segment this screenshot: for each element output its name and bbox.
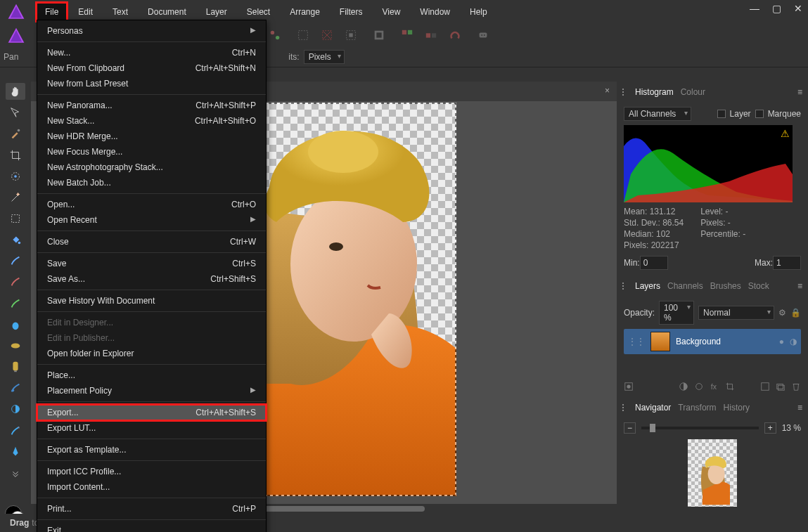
menuitem-place[interactable]: Place...: [37, 368, 266, 383]
panel-menu-icon[interactable]: ≡: [797, 403, 802, 413]
pen-tool-icon[interactable]: [6, 443, 25, 460]
menuitem-export[interactable]: Export...Ctrl+Alt+Shift+S: [37, 405, 266, 420]
healing-brush-tool-icon[interactable]: [6, 422, 25, 439]
adjustment-layer-icon[interactable]: [679, 382, 688, 391]
fx-layer-icon[interactable]: fx: [710, 382, 719, 391]
menu-help[interactable]: Help: [460, 1, 497, 22]
tab-transform[interactable]: Transform: [678, 403, 716, 413]
menuitem-open[interactable]: Open...Ctrl+O: [37, 197, 266, 212]
panel-drag-icon[interactable]: [622, 404, 624, 411]
blendmode-select[interactable]: Normal: [698, 306, 774, 320]
histogram-channel-select[interactable]: All Channels: [624, 107, 691, 121]
magnet-icon[interactable]: [447, 27, 463, 43]
selection-brush-tool-icon[interactable]: [6, 168, 25, 185]
panel-menu-icon[interactable]: ≡: [797, 87, 802, 97]
tab-brushes[interactable]: Brushes: [710, 281, 741, 291]
color-picker-tool-icon[interactable]: [6, 125, 25, 142]
opacity-select[interactable]: 100 %: [659, 301, 694, 325]
layer-cog-icon[interactable]: ⚙: [778, 308, 786, 318]
layer-row[interactable]: ⋮⋮ Background ● ◑: [624, 329, 801, 354]
menuitem-new-astrophotography-stack[interactable]: New Astrophotography Stack...: [37, 160, 266, 175]
color-wells[interactable]: [5, 493, 26, 514]
snapping-icon[interactable]: [399, 27, 415, 43]
crop-tool-icon[interactable]: [6, 146, 25, 163]
panel-drag-icon[interactable]: [622, 283, 624, 290]
menuitem-export-lut[interactable]: Export LUT...: [37, 420, 266, 436]
select-rect-icon[interactable]: [295, 27, 311, 43]
close-window-button[interactable]: ✕: [794, 3, 802, 14]
menuitem-new-batch-job[interactable]: New Batch Job...: [37, 175, 266, 190]
crop-layer-icon[interactable]: [725, 382, 735, 391]
tab-colour[interactable]: Colour: [681, 87, 705, 97]
menuitem-new-panorama[interactable]: New Panorama...Ctrl+Alt+Shift+P: [37, 98, 266, 113]
brush-panel-icon[interactable]: [267, 27, 283, 43]
assistant-icon[interactable]: [475, 27, 491, 43]
menuitem-new-focus-merge[interactable]: New Focus Merge...: [37, 144, 266, 160]
menuitem-close[interactable]: CloseCtrl+W: [37, 234, 266, 249]
magic-wand-tool-icon[interactable]: [6, 189, 25, 206]
menu-filters[interactable]: Filters: [330, 1, 373, 22]
tab-stock[interactable]: Stock: [748, 281, 769, 291]
tab-layers[interactable]: Layers: [635, 281, 660, 291]
hand-tool-icon[interactable]: [6, 83, 25, 100]
layer-checkbox[interactable]: [717, 110, 726, 118]
menuitem-exit[interactable]: Exit: [37, 523, 266, 532]
navigator-preview[interactable]: [688, 439, 737, 507]
marquee-tool-icon[interactable]: [6, 210, 25, 227]
flood-fill-tool-icon[interactable]: [6, 231, 25, 248]
hist-max-input[interactable]: 1: [773, 256, 801, 270]
blur-brush-tool-icon[interactable]: [6, 316, 25, 333]
hist-min-input[interactable]: 0: [640, 256, 668, 270]
layer-lock-icon[interactable]: 🔒: [790, 308, 801, 318]
erase-brush-tool-icon[interactable]: [6, 273, 25, 290]
menuitem-new-from-clipboard[interactable]: New From ClipboardCtrl+Alt+Shift+N: [37, 60, 266, 76]
mask-layer-icon[interactable]: [624, 382, 634, 391]
tab-channels[interactable]: Channels: [667, 281, 703, 291]
menuitem-new-hdr-merge[interactable]: New HDR Merge...: [37, 129, 266, 144]
menu-view[interactable]: View: [373, 1, 411, 22]
layer-expand-icon[interactable]: ⋮⋮: [628, 337, 645, 346]
units-select[interactable]: Pixels: [304, 50, 345, 64]
paint-mixer-brush-tool-icon[interactable]: [6, 379, 25, 396]
more-tools-icon[interactable]: [6, 465, 25, 481]
clone-brush-tool-icon[interactable]: [6, 295, 25, 312]
maximize-button[interactable]: ▢: [772, 3, 781, 14]
menuitem-import-icc-profile[interactable]: Import ICC Profile...: [37, 464, 266, 479]
menuitem-import-content[interactable]: Import Content...: [37, 479, 266, 495]
layer-lock-state-icon[interactable]: ●: [779, 337, 784, 346]
group-layer-icon[interactable]: [776, 382, 785, 391]
menuitem-new-from-last-preset[interactable]: New from Last Preset: [37, 76, 266, 91]
tab-history[interactable]: History: [724, 403, 750, 413]
layer-visibility-icon[interactable]: ◑: [790, 337, 797, 346]
dodge-brush-tool-icon[interactable]: [6, 401, 25, 417]
panel-drag-icon[interactable]: [622, 89, 624, 96]
force-pixel-icon[interactable]: [423, 27, 439, 43]
menu-window[interactable]: Window: [410, 1, 460, 22]
persona-logo-icon[interactable]: [7, 27, 25, 47]
menuitem-open-folder-in-explorer[interactable]: Open folder in Explorer: [37, 346, 266, 361]
zoom-in-button[interactable]: +: [764, 422, 776, 434]
zoom-slider[interactable]: [641, 427, 759, 429]
inpainting-brush-tool-icon[interactable]: [6, 358, 25, 375]
close-document-icon[interactable]: ×: [605, 86, 610, 96]
menuitem-save-as[interactable]: Save As...Ctrl+Shift+S: [37, 271, 266, 287]
delete-layer-icon[interactable]: [791, 382, 801, 391]
select-cancel-icon[interactable]: [319, 27, 335, 43]
menuitem-placement-policy[interactable]: Placement Policy▶: [37, 383, 266, 398]
menu-arrange[interactable]: Arrange: [280, 1, 330, 22]
marquee-checkbox[interactable]: [755, 110, 764, 118]
minimize-button[interactable]: —: [750, 3, 759, 14]
menuitem-personas[interactable]: Personas▶: [37, 23, 266, 39]
menuitem-new-stack[interactable]: New Stack...Ctrl+Alt+Shift+O: [37, 113, 266, 129]
move-tool-icon[interactable]: [6, 104, 25, 121]
panel-menu-icon[interactable]: ≡: [797, 281, 802, 291]
select-invert-icon[interactable]: [343, 27, 359, 43]
live-filter-icon[interactable]: [694, 382, 704, 391]
zoom-out-button[interactable]: −: [624, 422, 636, 434]
menuitem-save-history-with-document[interactable]: Save History With Document: [37, 293, 266, 309]
paint-brush-tool-icon[interactable]: [6, 252, 25, 269]
quickmask-icon[interactable]: [371, 27, 387, 43]
menuitem-open-recent[interactable]: Open Recent▶: [37, 212, 266, 228]
tab-histogram[interactable]: Histogram: [635, 87, 674, 97]
tab-navigator[interactable]: Navigator: [635, 403, 671, 413]
